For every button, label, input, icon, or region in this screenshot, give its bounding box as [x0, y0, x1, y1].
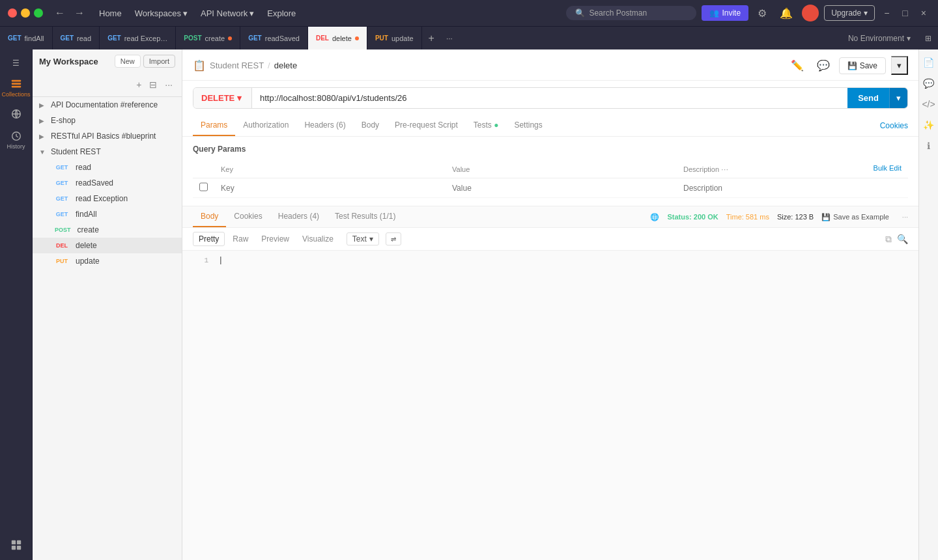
send-dropdown-button[interactable]: ▾	[889, 88, 907, 108]
minimize-button[interactable]: −	[880, 7, 893, 20]
tab-create[interactable]: POST create	[176, 27, 240, 49]
tree-item-label: read Exception	[76, 194, 128, 203]
tree-item-delete[interactable]: DEL delete	[33, 238, 182, 253]
titlebar-right: 👥 Invite ⚙ 🔔 Upgrade ▾ − □ ×	[702, 5, 930, 21]
sidebar-apps-button[interactable]	[2, 535, 31, 555]
view-visualize-button[interactable]: Visualize	[297, 232, 339, 245]
copy-button[interactable]: ⧉	[885, 234, 892, 245]
url-input[interactable]	[252, 88, 847, 108]
tree-item-findAll[interactable]: GET findAll	[33, 206, 182, 222]
value-input[interactable]	[452, 184, 670, 193]
sidebar-collections-button[interactable]: Collections	[2, 74, 31, 102]
tab-settings[interactable]: Settings	[506, 115, 550, 136]
sidebar-comments-icon[interactable]: 💬	[920, 76, 937, 91]
save-example-button[interactable]: 💾 Save as Example	[821, 213, 889, 221]
sidebar-magic-icon[interactable]: ✨	[920, 117, 937, 133]
maximize-button[interactable]: □	[898, 7, 911, 20]
view-raw-button[interactable]: Raw	[227, 232, 253, 245]
save-button[interactable]: 💾 Save	[839, 57, 886, 74]
tree-item-label: Student REST	[51, 147, 101, 156]
tab-findAll[interactable]: GET findAll	[0, 27, 53, 49]
sidebar-menu-button[interactable]: ☰	[2, 55, 31, 72]
tree-item-update[interactable]: PUT update	[33, 253, 182, 269]
tab-headers[interactable]: Headers (6)	[296, 115, 353, 136]
bell-icon[interactable]: 🔔	[776, 6, 797, 21]
close-button[interactable]: ×	[917, 7, 930, 20]
sidebar-docs-icon[interactable]: 📄	[920, 55, 937, 70]
tree-item-readSaved[interactable]: GET readSaved	[33, 175, 182, 191]
upgrade-button[interactable]: Upgrade ▾	[824, 5, 875, 21]
settings-icon[interactable]: ⚙	[754, 6, 771, 21]
send-button[interactable]: Send	[847, 88, 889, 108]
tree-item-eshop[interactable]: ▶ E-shop	[33, 113, 182, 128]
edit-icon[interactable]: ✏️	[787, 58, 808, 73]
tab-authorization[interactable]: Authorization	[235, 115, 296, 136]
cookies-link[interactable]: Cookies	[880, 121, 908, 130]
avatar[interactable]	[802, 5, 819, 21]
sidebar-info-icon[interactable]: ℹ	[924, 138, 933, 154]
comment-icon[interactable]: 💬	[813, 58, 834, 73]
view-preview-button[interactable]: Preview	[256, 232, 294, 245]
tab-params[interactable]: Params	[193, 115, 235, 136]
sidebar-history-button[interactable]: History	[2, 126, 31, 154]
more-options-button[interactable]: ···	[902, 213, 908, 221]
forward-button[interactable]: →	[70, 6, 89, 20]
back-button[interactable]: ←	[51, 6, 69, 20]
tree-item-label: delete	[76, 241, 97, 250]
sidebar-code-icon[interactable]: </>	[919, 96, 937, 112]
right-sidebar: 📄 💬 </> ✨ ℹ	[918, 49, 938, 560]
sidebar-icons: ☰ Collections History	[0, 49, 33, 560]
max-dot[interactable]	[34, 8, 43, 18]
save-dropdown-button[interactable]: ▾	[891, 56, 908, 75]
tab-body[interactable]: Body	[354, 115, 387, 136]
nav-explore[interactable]: Explore	[262, 6, 301, 21]
sidebar-environments-button[interactable]	[2, 104, 31, 124]
add-tab-button[interactable]: +	[422, 33, 441, 44]
method-select[interactable]: DELETE ▾	[193, 88, 252, 108]
nav-workspaces[interactable]: Workspaces ▾	[130, 6, 193, 21]
bulk-edit-button[interactable]: Bulk Edit	[874, 164, 902, 172]
invite-button[interactable]: 👥 Invite	[702, 5, 748, 21]
resp-tab-cookies[interactable]: Cookies	[226, 206, 270, 227]
search-response-button[interactable]: 🔍	[897, 234, 908, 245]
view-pretty-button[interactable]: Pretty	[193, 232, 225, 246]
tab-read-excep[interactable]: GET read Excep…	[100, 27, 176, 49]
tab-delete[interactable]: DEL delete	[308, 27, 367, 49]
env-selector[interactable]: No Environment ▾	[840, 34, 918, 43]
tree-item-read-exception[interactable]: GET read Exception	[33, 191, 182, 206]
tree-item-read[interactable]: GET read	[33, 160, 182, 175]
new-button[interactable]: New	[115, 55, 141, 68]
tab-read[interactable]: GET read	[53, 27, 100, 49]
import-button[interactable]: Import	[143, 55, 175, 68]
wrap-button[interactable]: ⇌	[386, 232, 401, 245]
resp-tab-body[interactable]: Body	[193, 206, 226, 227]
nav-api-network[interactable]: API Network ▾	[195, 6, 259, 21]
more-collections-button[interactable]: ···	[162, 78, 175, 91]
row-checkbox[interactable]	[199, 182, 208, 191]
tab-readSaved[interactable]: GET readSaved	[240, 27, 308, 49]
search-bar[interactable]: 🔍 Search Postman	[566, 6, 696, 20]
key-input[interactable]	[221, 184, 439, 193]
request-tabs: Params Authorization Headers (6) Body Pr…	[182, 115, 918, 137]
breadcrumb-separator: /	[268, 61, 270, 70]
grid-icon[interactable]: ⊞	[918, 34, 938, 43]
tree-item-create[interactable]: POST create	[33, 222, 182, 238]
tree-item-api-docs[interactable]: ▶ API Documentation #reference	[33, 97, 182, 113]
min-dot[interactable]	[21, 8, 30, 18]
close-dot[interactable]	[8, 8, 17, 18]
nav-home[interactable]: Home	[94, 6, 127, 21]
filter-button[interactable]: ⊟	[147, 78, 160, 91]
more-tabs-button[interactable]: ···	[441, 34, 458, 43]
desc-input[interactable]	[683, 184, 902, 193]
resp-tab-test-results[interactable]: Test Results (1/1)	[327, 206, 403, 227]
tree-item-student-rest[interactable]: ▼ Student REST	[33, 144, 182, 160]
resp-tab-headers[interactable]: Headers (4)	[270, 206, 327, 227]
tab-update[interactable]: PUT update	[367, 27, 422, 49]
tree-item-restful[interactable]: ▶ RESTful API Basics #blueprint	[33, 128, 182, 144]
add-collection-button[interactable]: +	[134, 78, 144, 91]
format-select[interactable]: Text ▾	[347, 232, 379, 245]
collections-panel: My Workspace New Import + ⊟ ··· ▶ API Do…	[33, 49, 182, 560]
col-more-button[interactable]: ···	[721, 164, 728, 174]
tab-pre-request[interactable]: Pre-request Script	[387, 115, 466, 136]
tab-tests[interactable]: Tests ●	[466, 115, 507, 136]
